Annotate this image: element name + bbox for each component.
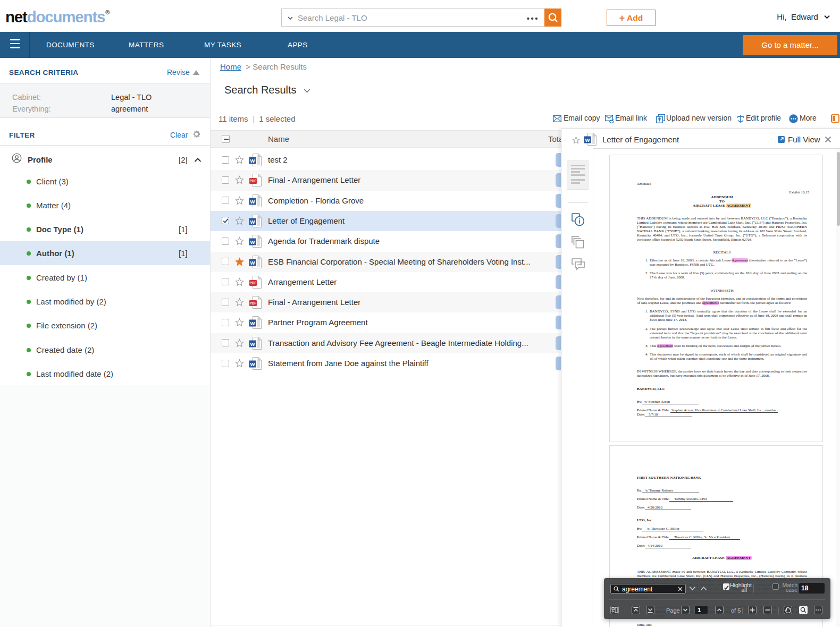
svg-text:W: W	[250, 198, 255, 204]
svg-text:PDF: PDF	[250, 281, 257, 285]
svg-text:W: W	[250, 320, 255, 326]
svg-text:W: W	[250, 259, 255, 265]
svg-text:W: W	[250, 158, 255, 164]
svg-text:W: W	[585, 137, 590, 143]
svg-text:PDF: PDF	[250, 301, 257, 305]
svg-text:W: W	[250, 341, 255, 346]
svg-text:PDF: PDF	[250, 179, 257, 183]
svg-text:W: W	[250, 239, 255, 245]
svg-text:W: W	[250, 361, 255, 367]
svg-text:W: W	[250, 218, 255, 224]
